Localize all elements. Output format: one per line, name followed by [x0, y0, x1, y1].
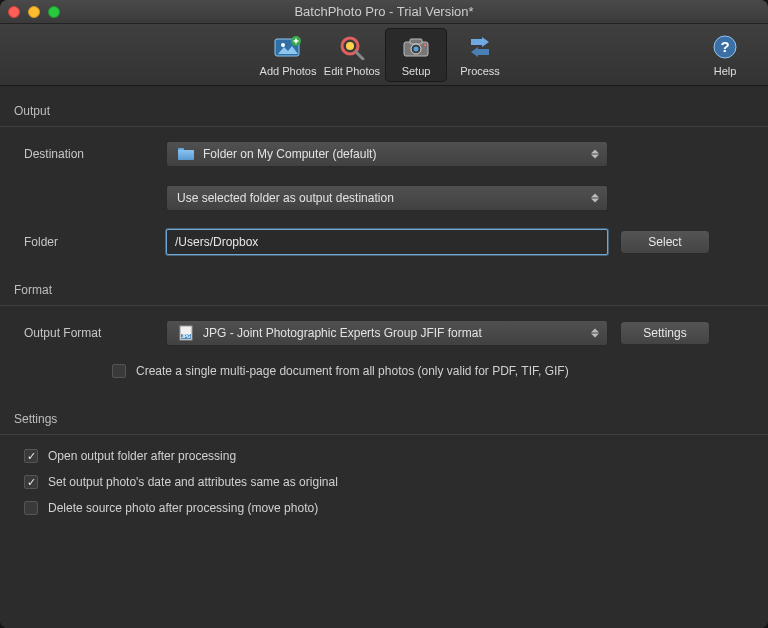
destination-dropdown[interactable]: Folder on My Computer (default): [166, 141, 608, 167]
chevron-updown-icon: [591, 194, 599, 203]
destination-value: Folder on My Computer (default): [203, 147, 376, 161]
button-label: Select: [648, 235, 681, 249]
toolbar: Add Photos Edit Photos: [0, 24, 768, 86]
preserve-date-label: Set output photo's date and attributes s…: [48, 475, 338, 489]
svg-point-8: [414, 47, 419, 52]
window-controls: [8, 6, 60, 18]
destination-label: Destination: [24, 147, 166, 161]
multipage-label: Create a single multi-page document from…: [136, 364, 569, 378]
zoom-icon[interactable]: [48, 6, 60, 18]
section-header-output: Output: [0, 100, 768, 127]
close-icon[interactable]: [8, 6, 20, 18]
folder-label: Folder: [24, 235, 166, 249]
toolbar-process[interactable]: Process: [449, 28, 511, 82]
titlebar: BatchPhoto Pro - Trial Version*: [0, 0, 768, 24]
format-settings-button[interactable]: Settings: [620, 321, 710, 345]
content-area: Output Destination Folder on My Computer…: [0, 86, 768, 628]
svg-point-4: [346, 42, 354, 50]
process-icon: [465, 32, 495, 62]
window-title: BatchPhoto Pro - Trial Version*: [0, 4, 768, 19]
open-folder-checkbox[interactable]: [24, 449, 38, 463]
toolbar-setup[interactable]: Setup: [385, 28, 447, 82]
delete-source-checkbox[interactable]: [24, 501, 38, 515]
svg-rect-6: [410, 39, 422, 44]
help-icon: ?: [710, 32, 740, 62]
setup-icon: [401, 32, 431, 62]
svg-text:?: ?: [720, 38, 729, 55]
section-header-settings: Settings: [0, 408, 768, 435]
toolbar-label: Process: [460, 65, 500, 77]
destination-mode-dropdown[interactable]: Use selected folder as output destinatio…: [166, 185, 608, 211]
jpg-file-icon: JPG: [177, 326, 195, 340]
edit-photos-icon: [337, 32, 367, 62]
toolbar-label: Edit Photos: [324, 65, 380, 77]
multipage-checkbox[interactable]: [112, 364, 126, 378]
toolbar-add-photos[interactable]: Add Photos: [257, 28, 319, 82]
output-format-label: Output Format: [24, 326, 166, 340]
toolbar-label: Setup: [402, 65, 431, 77]
add-photos-icon: [273, 32, 303, 62]
button-label: Settings: [643, 326, 686, 340]
select-folder-button[interactable]: Select: [620, 230, 710, 254]
toolbar-help[interactable]: ? Help: [694, 28, 756, 82]
folder-icon: [177, 147, 195, 161]
output-format-value: JPG - Joint Photographic Experts Group J…: [203, 326, 482, 340]
delete-source-label: Delete source photo after processing (mo…: [48, 501, 318, 515]
toolbar-edit-photos[interactable]: Edit Photos: [321, 28, 383, 82]
chevron-updown-icon: [591, 150, 599, 159]
svg-text:JPG: JPG: [181, 334, 191, 339]
preserve-date-checkbox[interactable]: [24, 475, 38, 489]
minimize-icon[interactable]: [28, 6, 40, 18]
open-folder-label: Open output folder after processing: [48, 449, 236, 463]
toolbar-label: Help: [714, 65, 737, 77]
section-header-format: Format: [0, 279, 768, 306]
app-window: BatchPhoto Pro - Trial Version* Add Phot…: [0, 0, 768, 628]
folder-value: /Users/Dropbox: [175, 235, 258, 249]
svg-point-9: [424, 44, 426, 46]
destination-mode-value: Use selected folder as output destinatio…: [177, 191, 394, 205]
chevron-updown-icon: [591, 329, 599, 338]
toolbar-label: Add Photos: [260, 65, 317, 77]
output-format-dropdown[interactable]: JPG JPG - Joint Photographic Experts Gro…: [166, 320, 608, 346]
svg-point-1: [281, 43, 285, 47]
folder-input[interactable]: /Users/Dropbox: [166, 229, 608, 255]
